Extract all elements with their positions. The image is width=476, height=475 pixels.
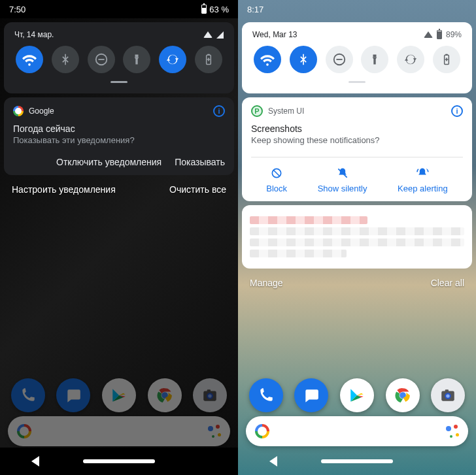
play-store-app-icon[interactable] — [340, 378, 374, 412]
signal-icons: 89% — [424, 30, 462, 39]
camera-app-icon[interactable] — [193, 378, 227, 412]
qs-dnd-tile[interactable] — [326, 46, 353, 73]
silent-choice-button[interactable]: Show silently — [318, 167, 367, 193]
redacted-notification[interactable] — [242, 205, 472, 269]
qs-battery-saver-tile[interactable] — [433, 46, 460, 73]
assistant-icon[interactable] — [446, 425, 459, 438]
status-time: 8:17 — [247, 5, 264, 14]
chrome-app-icon[interactable] — [148, 378, 182, 412]
google-app-icon — [13, 106, 24, 116]
notification-app-name: System UI — [268, 106, 304, 116]
battery-pct: 63 % — [209, 5, 229, 14]
qs-flashlight-tile[interactable] — [361, 46, 388, 73]
google-logo-icon — [255, 424, 269, 438]
show-notifications-button[interactable]: Показывать — [175, 157, 225, 167]
assistant-icon[interactable] — [208, 425, 221, 438]
silent-label: Show silently — [318, 184, 367, 193]
qs-battery-saver-tile[interactable] — [195, 46, 222, 73]
qs-wifi-tile[interactable] — [254, 46, 281, 73]
notification-card[interactable]: P System UI i Screenshots Keep showing t… — [242, 97, 472, 201]
status-bar: 7:50 63 % — [0, 0, 238, 18]
messages-app-icon[interactable] — [294, 378, 328, 412]
system-ui-app-icon: P — [251, 105, 263, 117]
redacted-line — [250, 238, 464, 246]
qs-wifi-tile[interactable] — [16, 46, 43, 73]
status-time: 7:50 — [9, 5, 26, 14]
qs-date: Чт, 14 мар. — [14, 30, 54, 39]
qs-autorotate-tile[interactable] — [159, 46, 186, 73]
navigation-bar — [238, 448, 476, 475]
qs-date: Wed, Mar 13 — [252, 30, 297, 39]
qs-flashlight-tile[interactable] — [123, 46, 150, 73]
messages-app-icon[interactable] — [56, 378, 90, 412]
notification-info-icon[interactable]: i — [451, 105, 463, 117]
notification-body: Показывать эти уведомления? — [13, 135, 225, 145]
nav-home-pill[interactable] — [321, 459, 393, 463]
shade-footer: Настроить уведомления Очистить все — [0, 175, 238, 204]
notification-card[interactable]: Google i Погода сейчас Показывать эти ув… — [4, 97, 234, 175]
qs-expand-handle[interactable] — [110, 81, 128, 83]
qs-bluetooth-tile[interactable] — [52, 46, 79, 73]
quick-settings-panel: Чт, 14 мар. — [4, 22, 234, 93]
wifi-signal-icon — [424, 31, 433, 38]
qs-bluetooth-tile[interactable] — [290, 46, 317, 73]
alert-label: Keep alerting — [398, 184, 448, 193]
battery-icon — [201, 5, 207, 14]
camera-app-icon[interactable] — [431, 378, 465, 412]
app-dock — [0, 378, 238, 412]
redacted-line — [250, 250, 347, 257]
manage-notifications-button[interactable]: Manage — [250, 278, 283, 288]
cell-signal-icon — [216, 31, 224, 39]
manage-notifications-button[interactable]: Настроить уведомления — [12, 184, 116, 195]
battery-pct: 89% — [446, 30, 462, 39]
chrome-app-icon[interactable] — [386, 378, 420, 412]
notification-body: Keep showing these notifications? — [251, 135, 463, 145]
search-bar[interactable] — [8, 416, 230, 446]
nav-home-pill[interactable] — [83, 459, 155, 463]
notification-app-name: Google — [29, 106, 54, 116]
search-bar[interactable] — [246, 416, 468, 446]
qs-autorotate-tile[interactable] — [397, 46, 424, 73]
status-bar: 8:17 — [238, 0, 476, 18]
qs-dnd-tile[interactable] — [88, 46, 115, 73]
notification-info-icon[interactable]: i — [213, 105, 225, 117]
block-label: Block — [266, 184, 287, 193]
redacted-line — [250, 216, 367, 224]
app-dock — [238, 378, 476, 412]
alert-choice-button[interactable]: Keep alerting — [398, 167, 448, 193]
shade-footer: Manage Clear all — [238, 269, 476, 297]
qs-expand-handle[interactable] — [348, 81, 366, 83]
nav-back-button[interactable] — [31, 456, 39, 467]
navigation-bar — [0, 448, 238, 475]
redacted-line — [250, 227, 464, 235]
notification-title: Screenshots — [251, 123, 463, 134]
quick-settings-panel: Wed, Mar 13 89% — [242, 22, 472, 93]
phone-app-icon[interactable] — [11, 378, 45, 412]
notification-title: Погода сейчас — [13, 123, 225, 134]
clear-all-button[interactable]: Clear all — [431, 278, 464, 288]
signal-icons — [203, 31, 224, 39]
play-store-app-icon[interactable] — [102, 378, 136, 412]
block-choice-button[interactable]: Block — [266, 167, 287, 193]
block-notifications-button[interactable]: Отключить уведомления — [56, 157, 162, 167]
clear-all-button[interactable]: Очистить все — [169, 184, 226, 195]
battery-icon — [437, 30, 442, 39]
nav-back-button[interactable] — [269, 456, 277, 467]
google-logo-icon — [17, 424, 31, 438]
phone-app-icon[interactable] — [249, 378, 283, 412]
wifi-signal-icon — [203, 31, 212, 38]
